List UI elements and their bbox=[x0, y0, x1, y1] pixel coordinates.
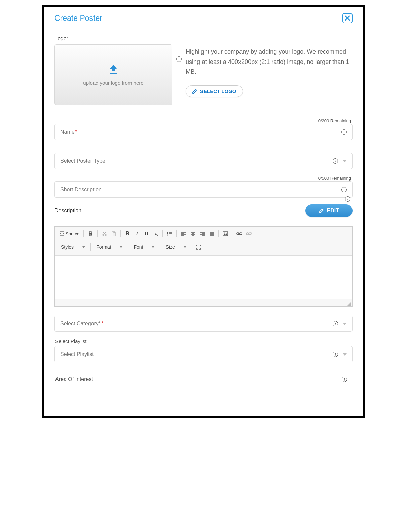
pencil-icon bbox=[319, 208, 324, 213]
align-justify-button[interactable] bbox=[208, 229, 216, 238]
editor-footer bbox=[55, 299, 352, 306]
info-icon[interactable]: i bbox=[176, 56, 182, 62]
editor-content-area[interactable] bbox=[55, 255, 352, 299]
image-icon bbox=[223, 231, 228, 236]
info-icon[interactable]: i bbox=[333, 158, 338, 164]
info-icon[interactable]: i bbox=[342, 377, 347, 382]
area-of-interest-input[interactable]: Area Of Interest i bbox=[54, 372, 353, 387]
modal-header: Create Poster bbox=[54, 13, 353, 26]
clear-format-button[interactable]: I✕ bbox=[152, 229, 160, 238]
logo-help-text: Highlight your company by adding your lo… bbox=[186, 44, 353, 80]
bold-icon: B bbox=[125, 231, 130, 237]
svg-point-10 bbox=[167, 233, 168, 234]
chevron-down-icon bbox=[184, 246, 186, 248]
align-center-icon bbox=[190, 232, 195, 236]
print-button[interactable] bbox=[86, 229, 95, 238]
playlist-label: Select Playlist bbox=[55, 338, 353, 344]
category-placeholder: Select Category* bbox=[60, 321, 101, 326]
description-label: Description bbox=[54, 208, 81, 214]
svg-point-11 bbox=[167, 235, 168, 236]
info-icon[interactable]: i bbox=[333, 352, 338, 357]
editor-toolbar: Source B I U I✕ bbox=[55, 227, 352, 255]
svg-rect-17 bbox=[249, 233, 251, 235]
logo-upload-dropzone[interactable]: upload your logo from here bbox=[54, 44, 172, 105]
info-icon[interactable]: i bbox=[345, 196, 350, 202]
source-icon bbox=[60, 231, 64, 236]
category-select[interactable]: Select Category** i bbox=[54, 316, 353, 332]
unlink-icon bbox=[246, 232, 252, 236]
chevron-down-icon bbox=[152, 246, 154, 248]
upload-hint: upload your logo from here bbox=[83, 80, 143, 86]
clear-format-icon: I✕ bbox=[155, 231, 157, 236]
cut-button[interactable] bbox=[100, 229, 108, 238]
svg-rect-0 bbox=[110, 73, 117, 74]
image-button[interactable] bbox=[221, 229, 229, 238]
required-mark: * bbox=[101, 321, 103, 326]
short-desc-placeholder: Short Description bbox=[60, 187, 341, 193]
underline-icon: U bbox=[145, 231, 148, 236]
align-center-button[interactable] bbox=[189, 229, 197, 238]
resize-handle[interactable] bbox=[347, 302, 352, 306]
format-label: Format bbox=[96, 244, 111, 250]
short-description-input[interactable]: Short Description i bbox=[54, 181, 353, 198]
poster-type-select[interactable]: Select Poster Type i bbox=[54, 153, 353, 169]
select-logo-button[interactable]: SELECT LOGO bbox=[186, 85, 243, 97]
chevron-down-icon bbox=[343, 353, 347, 356]
info-icon[interactable]: i bbox=[341, 129, 347, 135]
name-input[interactable]: Name* i bbox=[54, 124, 353, 140]
scissors-icon bbox=[102, 231, 107, 236]
edit-button[interactable]: EDIT bbox=[305, 204, 353, 217]
playlist-select[interactable]: Select Playlist i bbox=[54, 346, 353, 362]
bold-button[interactable]: B bbox=[123, 229, 132, 238]
underline-button[interactable]: U bbox=[142, 229, 150, 238]
align-left-button[interactable] bbox=[179, 229, 187, 238]
copy-button[interactable] bbox=[110, 229, 118, 238]
size-dropdown[interactable]: Size bbox=[162, 243, 189, 251]
size-label: Size bbox=[165, 244, 175, 250]
close-button[interactable] bbox=[342, 13, 353, 23]
playlist-placeholder: Select Playlist bbox=[60, 351, 333, 357]
copy-icon bbox=[111, 231, 116, 236]
close-icon bbox=[344, 15, 350, 21]
svg-point-5 bbox=[103, 234, 104, 236]
edit-button-label: EDIT bbox=[327, 208, 339, 214]
name-counter: 0/200 Remaining bbox=[54, 118, 353, 123]
svg-rect-4 bbox=[89, 234, 91, 236]
info-icon[interactable]: i bbox=[333, 321, 338, 326]
maximize-button[interactable] bbox=[195, 243, 203, 251]
chevron-down-icon bbox=[82, 246, 85, 248]
short-desc-counter: 0/500 Remaining bbox=[54, 176, 353, 181]
print-icon bbox=[88, 231, 93, 236]
link-icon bbox=[236, 232, 242, 235]
svg-rect-16 bbox=[246, 233, 249, 235]
font-label: Font bbox=[134, 244, 143, 250]
select-logo-label: SELECT LOGO bbox=[200, 88, 236, 94]
svg-point-9 bbox=[167, 232, 168, 233]
align-right-icon bbox=[200, 232, 205, 236]
chevron-down-icon bbox=[343, 160, 347, 162]
font-dropdown[interactable]: Font bbox=[130, 243, 158, 251]
svg-point-6 bbox=[105, 234, 106, 236]
align-right-button[interactable] bbox=[198, 229, 206, 238]
styles-label: Styles bbox=[61, 244, 74, 250]
link-button[interactable] bbox=[235, 229, 243, 238]
format-dropdown[interactable]: Format bbox=[93, 243, 126, 251]
source-button[interactable]: Source bbox=[58, 229, 81, 238]
italic-icon: I bbox=[136, 231, 138, 236]
list-icon bbox=[167, 231, 172, 236]
info-icon[interactable]: i bbox=[341, 187, 347, 192]
svg-rect-8 bbox=[113, 233, 116, 236]
chevron-down-icon bbox=[120, 246, 122, 248]
styles-dropdown[interactable]: Styles bbox=[58, 243, 88, 251]
required-mark: * bbox=[75, 129, 77, 135]
svg-rect-3 bbox=[89, 232, 91, 233]
upload-icon bbox=[106, 64, 121, 75]
italic-button[interactable]: I bbox=[133, 229, 141, 238]
poster-type-placeholder: Select Poster Type bbox=[60, 158, 333, 164]
unlink-button[interactable] bbox=[245, 229, 253, 238]
bullet-list-button[interactable] bbox=[165, 229, 174, 238]
align-left-icon bbox=[181, 232, 186, 236]
svg-point-13 bbox=[224, 233, 225, 234]
maximize-icon bbox=[196, 245, 201, 250]
align-justify-icon bbox=[209, 232, 214, 236]
